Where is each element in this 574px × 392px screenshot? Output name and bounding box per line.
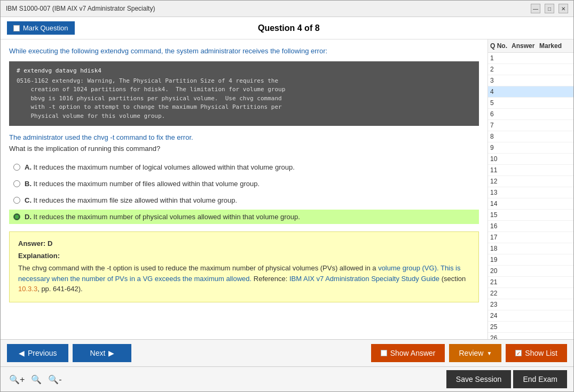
window-title: IBM S1000-007 (IBM AIX v7 Administrator … [6,5,155,12]
option-d[interactable]: D. It reduces the maximum number of phys… [9,210,479,224]
sidebar-row[interactable]: 1 [488,53,573,64]
window-controls: — □ ✕ [531,4,568,13]
option-a[interactable]: A. It reduces the maximum number of logi… [9,160,479,174]
sidebar-row[interactable]: 20 [488,266,573,277]
question-answer [512,312,539,319]
highlight-reference: IBM AIX v7 Administration Specialty Stud… [289,275,439,283]
question-number: 12 [490,178,512,185]
question-marked [539,166,571,174]
explanation-text: The chvg command with the -t option is u… [18,263,470,294]
show-answer-button[interactable]: Show Answer [371,344,445,362]
question-number: 14 [490,200,512,207]
previous-button[interactable]: ◀ Previous [7,344,68,362]
sidebar-header: Q No. Answer Marked [488,39,573,53]
code-line-2: 0516-1162 extendvg: Warning, The Physica… [17,77,471,86]
previous-label: Previous [28,349,57,357]
question-answer [512,222,539,230]
sidebar-row[interactable]: 7 [488,120,573,131]
question-answer [512,99,539,107]
sidebar-row[interactable]: 19 [488,254,573,266]
mark-question-button[interactable]: Mark Question [7,21,75,35]
minimize-button[interactable]: — [531,4,540,13]
question-marked [539,211,571,219]
sidebar-row[interactable]: 2 [488,64,573,75]
question-sidebar: Q No. Answer Marked 1 2 3 4 5 6 [488,39,573,339]
sidebar-row[interactable]: 12 [488,176,573,187]
sidebar-row[interactable]: 23 [488,299,573,310]
question-number: 5 [490,99,512,107]
close-button[interactable]: ✕ [559,4,568,13]
next-arrow-icon: ▶ [108,349,114,357]
show-list-icon: ✓ [515,350,522,356]
end-exam-button[interactable]: End Exam [513,370,567,388]
zoom-in-button[interactable]: 🔍+ [7,373,27,386]
sidebar-row[interactable]: 21 [488,277,573,288]
radio-d[interactable] [13,213,20,220]
sidebar-row[interactable]: 18 [488,243,573,254]
sidebar-row[interactable]: 16 [488,221,573,232]
sidebar-row[interactable]: 25 [488,322,573,333]
sidebar-row[interactable]: 17 [488,232,573,243]
question-answer [512,256,539,263]
question-marked [539,54,571,62]
question-number: 25 [490,323,512,331]
review-button[interactable]: Review ▼ [449,344,501,362]
show-list-button[interactable]: ✓ Show List [506,344,567,362]
question-number: 24 [490,312,512,319]
next-button[interactable]: Next ▶ [73,344,131,362]
sidebar-row[interactable]: 9 [488,142,573,154]
code-line-3: creation of 1024 partitions for hdisk4. … [17,85,471,94]
question-number: 1 [490,54,512,62]
question-number: 15 [490,211,512,219]
question-number: 22 [490,290,512,297]
option-c-text: C. It reduces the maximum file size allo… [25,196,237,204]
question-number: 18 [490,245,512,252]
main-content: While executing the following extendvg c… [1,39,573,339]
question-number: 16 [490,222,512,230]
question-number: 19 [490,256,512,263]
sidebar-row[interactable]: 13 [488,187,573,198]
sidebar-row[interactable]: 10 [488,154,573,165]
question-answer [512,144,539,151]
sidebar-row[interactable]: 3 [488,75,573,86]
toolbar: Mark Question Question 4 of 8 [1,17,573,39]
sidebar-row[interactable]: 15 [488,210,573,221]
radio-b[interactable] [13,180,20,187]
sidebar-row[interactable]: 5 [488,98,573,109]
question-number: 9 [490,144,512,151]
question-number: 23 [490,301,512,308]
question-marked [539,110,571,118]
sidebar-row[interactable]: 11 [488,165,573,176]
question-marked [539,189,571,196]
code-block: # extendvg datavg hdisk4 0516-1162 exten… [9,61,479,126]
sidebar-row[interactable]: 4 [488,86,573,98]
zoom-out-button[interactable]: 🔍- [46,373,64,386]
option-c[interactable]: C. It reduces the maximum file size allo… [9,193,479,207]
radio-a[interactable] [13,164,20,171]
sidebar-row[interactable]: 24 [488,310,573,322]
question-area: While executing the following extendvg c… [1,39,488,339]
question-number: 3 [490,77,512,84]
question-number: 11 [490,166,512,174]
radio-c[interactable] [13,197,20,204]
sidebar-row[interactable]: 8 [488,131,573,142]
maximize-button[interactable]: □ [545,4,554,13]
show-answer-label: Show Answer [390,349,436,357]
question-marked [539,278,571,286]
explanation-label: Explanation: [18,252,470,260]
zoom-reset-button[interactable]: 🔍 [29,373,44,386]
sidebar-row[interactable]: 26 [488,333,573,339]
implication-text: What is the implication of running this … [9,145,479,153]
option-b[interactable]: B. It reduces the maximum number of file… [9,177,479,191]
answer-explanation: Answer: D Explanation: The chvg command … [9,231,479,302]
sidebar-row[interactable]: 14 [488,198,573,210]
next-label: Next [90,349,106,357]
sidebar-row[interactable]: 6 [488,109,573,120]
save-session-button[interactable]: Save Session [446,370,512,388]
question-marked [539,334,571,339]
option-a-text: A. It reduces the maximum number of logi… [25,163,295,171]
question-number: 17 [490,234,512,241]
sidebar-row[interactable]: 22 [488,288,573,299]
question-marked [539,234,571,241]
question-answer [512,200,539,207]
